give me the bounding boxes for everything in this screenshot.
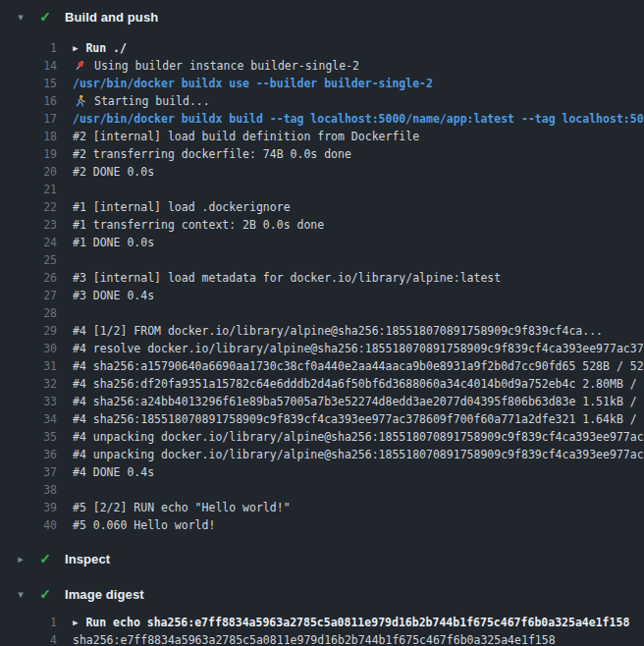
line-number[interactable]: 40: [0, 516, 57, 534]
line-text: sha256:e7ff8834a5963a2785c5a0811e979d16b…: [73, 631, 556, 646]
line-text: #3 [internal] load metadata for docker.i…: [73, 269, 501, 287]
line-number[interactable]: 28: [0, 304, 57, 322]
log-line: 30#4 resolve docker.io/library/alpine@sh…: [0, 340, 644, 357]
line-number[interactable]: 38: [0, 481, 57, 499]
line-number[interactable]: 1: [0, 614, 57, 631]
line-content: #4 unpacking docker.io/library/alpine@sh…: [73, 428, 644, 446]
line-text: #4 [1/2] FROM docker.io/library/alpine@s…: [73, 322, 603, 340]
section-header[interactable]: ▾✓Image digest: [0, 582, 644, 606]
line-number[interactable]: 34: [0, 410, 57, 428]
line-number[interactable]: 4: [0, 631, 57, 646]
line-number[interactable]: 39: [0, 499, 57, 516]
line-content: #4 sha256:df20fa9351a15782c64e6dddb2d4a6…: [73, 375, 644, 393]
line-text: /usr/bin/docker buildx use --builder bui…: [73, 75, 433, 92]
line-content: ▶Run ./: [73, 39, 644, 57]
success-check-icon: ✓: [37, 9, 53, 25]
line-number[interactable]: 20: [0, 163, 57, 181]
chevron-down-icon: ▾: [14, 588, 27, 601]
line-text: Starting build...: [94, 92, 210, 110]
section-header[interactable]: ▾✓Build and push: [0, 5, 644, 28]
log-line: 22#1 [internal] load .dockerignore: [0, 198, 644, 216]
section-spacer: [0, 570, 644, 582]
line-content: #5 [2/2] RUN echo "Hello world!": [73, 499, 644, 516]
line-text: #4 DONE 0.4s: [73, 463, 154, 481]
line-number[interactable]: 21: [0, 181, 57, 198]
line-content: #4 resolve docker.io/library/alpine@sha2…: [73, 340, 644, 357]
line-number[interactable]: 36: [0, 446, 57, 463]
line-content: #1 [internal] load .dockerignore: [73, 198, 644, 216]
log-line: 26#3 [internal] load metadata for docker…: [0, 269, 644, 287]
log-line: 39#5 [2/2] RUN echo "Hello world!": [0, 499, 644, 516]
line-content: #5 0.060 Hello world!: [73, 516, 644, 534]
success-check-icon: ✓: [37, 551, 53, 566]
runner-icon: [73, 94, 86, 108]
log-line: 17/usr/bin/docker buildx build --tag loc…: [0, 110, 644, 128]
play-icon[interactable]: ▶: [73, 39, 78, 57]
line-number[interactable]: 16: [0, 92, 57, 110]
line-number[interactable]: 15: [0, 75, 57, 92]
line-number[interactable]: 33: [0, 393, 57, 410]
line-number[interactable]: 22: [0, 198, 57, 216]
play-icon[interactable]: ▶: [73, 614, 78, 631]
line-number[interactable]: 32: [0, 375, 57, 393]
line-number[interactable]: 37: [0, 463, 57, 481]
line-number[interactable]: 26: [0, 269, 57, 287]
line-number[interactable]: 30: [0, 340, 57, 357]
line-number[interactable]: 1: [0, 39, 57, 57]
line-content: [73, 181, 644, 198]
line-text: Using builder instance builder-single-2: [94, 57, 359, 75]
section-header[interactable]: ▸✓Inspect: [0, 547, 644, 570]
log-line: 35#4 unpacking docker.io/library/alpine@…: [0, 428, 644, 446]
line-number[interactable]: 17: [0, 110, 57, 128]
log-line: 1▶Run ./: [0, 39, 644, 57]
line-number[interactable]: 19: [0, 145, 57, 163]
line-text: Run ./: [85, 39, 127, 57]
log-line: 33#4 sha256:a24bb4013296f61e89ba57005a7b…: [0, 393, 644, 410]
log-line: 31#4 sha256:a15790640a6690aa1730c38cf0a4…: [0, 357, 644, 375]
line-number[interactable]: 29: [0, 322, 57, 340]
line-text: #1 [internal] load .dockerignore: [73, 198, 291, 216]
line-content: [73, 481, 644, 499]
line-text: #4 unpacking docker.io/library/alpine@sh…: [73, 428, 644, 446]
line-text: #2 DONE 0.0s: [73, 163, 154, 181]
line-number[interactable]: 35: [0, 428, 57, 446]
log-line: 37#4 DONE 0.4s: [0, 463, 644, 481]
line-content: #1 DONE 0.0s: [73, 234, 644, 251]
line-content: [73, 304, 644, 322]
line-number[interactable]: 31: [0, 357, 57, 375]
line-content: #4 sha256:185518070891758909c9f839cf4ca3…: [73, 410, 644, 428]
line-text: #5 0.060 Hello world!: [73, 516, 215, 534]
log-line: 36#4 unpacking docker.io/library/alpine@…: [0, 446, 644, 463]
log-line: 15/usr/bin/docker buildx use --builder b…: [0, 75, 644, 92]
line-text: #2 [internal] load build definition from…: [73, 128, 419, 145]
line-text: #4 sha256:a24bb4013296f61e89ba57005a7b3e…: [73, 393, 644, 410]
log-line: 20#2 DONE 0.0s: [0, 163, 644, 181]
line-content: /usr/bin/docker buildx use --builder bui…: [73, 75, 644, 92]
line-number[interactable]: 24: [0, 234, 57, 251]
line-number[interactable]: 27: [0, 287, 57, 304]
line-number[interactable]: 18: [0, 128, 57, 145]
line-number[interactable]: 25: [0, 251, 57, 269]
line-content: Starting build...: [73, 92, 644, 110]
log-line: 1▶Run echo sha256:e7ff8834a5963a2785c5a0…: [0, 614, 644, 631]
chevron-down-icon: ▾: [14, 11, 27, 24]
line-number[interactable]: 14: [0, 57, 57, 75]
log-line: 16Starting build...: [0, 92, 644, 110]
line-text: /usr/bin/docker buildx build --tag local…: [73, 110, 644, 128]
section-log-lines: 1▶Run ./14Using builder instance builder…: [0, 39, 644, 534]
line-content: #1 transferring context: 2B 0.0s done: [73, 216, 644, 234]
section-title: Inspect: [65, 552, 110, 566]
log-line: 14Using builder instance builder-single-…: [0, 57, 644, 75]
log-line: 38: [0, 481, 644, 499]
log-line: 28: [0, 304, 644, 322]
line-content: #2 DONE 0.0s: [73, 163, 644, 181]
line-text: #3 DONE 0.4s: [73, 287, 154, 304]
log-line: 19#2 transferring dockerfile: 74B 0.0s d…: [0, 145, 644, 163]
success-check-icon: ✓: [37, 586, 53, 602]
line-number[interactable]: 23: [0, 216, 57, 234]
line-text: #1 DONE 0.0s: [73, 234, 154, 251]
log-line: 21: [0, 181, 644, 198]
log-line: 25: [0, 251, 644, 269]
line-content: Using builder instance builder-single-2: [73, 57, 644, 75]
log-section-inspect: ▸✓Inspect: [0, 547, 644, 582]
